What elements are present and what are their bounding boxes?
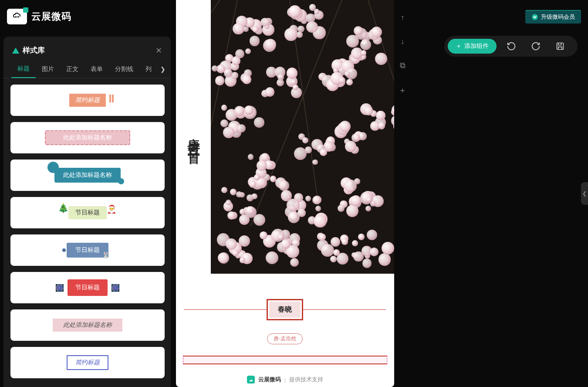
style-sample[interactable]: 简约标题 [10, 85, 165, 116]
canvas-side-tools: ↑ ↓ ⧉ ＋ [394, 0, 411, 387]
canvas-footer: ☁ 云展微码 | 提供技术支持 [176, 376, 394, 384]
tab-image[interactable]: 图片 [36, 61, 60, 78]
style-list[interactable]: 简约标题 此处添加标题名称 此处添加标题名称 节日标题 节日标题 节日标题 此处… [3, 78, 171, 387]
plus-icon[interactable]: ＋ [399, 85, 406, 95]
style-sample[interactable]: 此处添加标题名称 [10, 122, 165, 153]
vertical-title-column: 唐诗三百首 [176, 0, 211, 274]
add-component-button[interactable]: ＋ 添加组件 [448, 39, 497, 54]
poem-title-block: 春晓 唐-孟浩然 [176, 299, 394, 344]
tab-title[interactable]: 标题 [11, 61, 36, 78]
brand-group: 云展微码 [7, 9, 71, 24]
footer-logo-icon: ☁ [247, 376, 255, 384]
style-sample[interactable]: 节日标题 [10, 234, 165, 266]
style-sample[interactable]: 节日标题 [10, 272, 165, 303]
vertical-title: 唐诗三百首 [185, 128, 202, 146]
tab-divider[interactable]: 分割线 [109, 61, 139, 78]
triangle-icon [12, 48, 19, 54]
panel-title: 样式库 [12, 45, 45, 55]
arrow-down-icon[interactable]: ↓ [401, 37, 405, 46]
svg-point-1 [18, 17, 19, 17]
hero-image [211, 0, 394, 274]
style-tabs: 标题 图片 正文 表单 分割线 列 ❯ [3, 61, 171, 78]
hero-section: 唐诗三百首 [176, 0, 394, 274]
selected-divider[interactable] [183, 356, 387, 364]
main-toolbar: ＋ 添加组件 [444, 36, 578, 57]
style-sample[interactable]: 此处添加标题名称 [10, 160, 165, 191]
brand-text: 云展微码 [31, 10, 71, 23]
tab-form[interactable]: 表单 [84, 61, 109, 78]
copy-icon[interactable]: ⧉ [400, 61, 406, 70]
style-library-panel: 样式库 ✕ 标题 图片 正文 表单 分割线 列 ❯ 简约标题 此处添加标题名称 … [3, 37, 171, 387]
undo-button[interactable] [502, 37, 521, 55]
arrow-up-icon[interactable]: ↑ [401, 13, 405, 22]
author-pill[interactable]: 唐-孟浩然 [267, 333, 303, 344]
tab-column[interactable]: 列 [139, 61, 158, 78]
logo-icon [7, 9, 27, 24]
upgrade-button[interactable]: 升级微码会员 [525, 10, 581, 24]
chevron-right-icon[interactable]: ❯ [160, 66, 166, 73]
vip-badge-icon [531, 14, 538, 20]
canvas-area: 唐诗三百首 春晓 唐-孟浩然 ☁ 云展微码 | 提供技术支持 ↑ ↓ ⧉ ＋ [176, 0, 411, 387]
close-icon[interactable]: ✕ [155, 46, 162, 55]
redo-button[interactable] [526, 37, 545, 55]
style-sample[interactable]: 简约标题 [10, 347, 165, 378]
right-drawer-handle[interactable]: ❮ [581, 182, 588, 205]
rule-left [184, 309, 267, 310]
style-sample[interactable]: 节日标题 [10, 197, 165, 228]
rule-right [303, 309, 386, 310]
svg-rect-3 [557, 43, 564, 50]
poem-title-box[interactable]: 春晓 [267, 299, 303, 320]
page-canvas[interactable]: 唐诗三百首 春晓 唐-孟浩然 ☁ 云展微码 | 提供技术支持 [176, 0, 394, 387]
tab-body[interactable]: 正文 [60, 61, 84, 78]
save-button[interactable] [551, 37, 570, 55]
svg-point-0 [16, 17, 17, 17]
plus-icon: ＋ [456, 42, 462, 50]
style-sample[interactable]: 此处添加标题名称 [10, 309, 165, 341]
